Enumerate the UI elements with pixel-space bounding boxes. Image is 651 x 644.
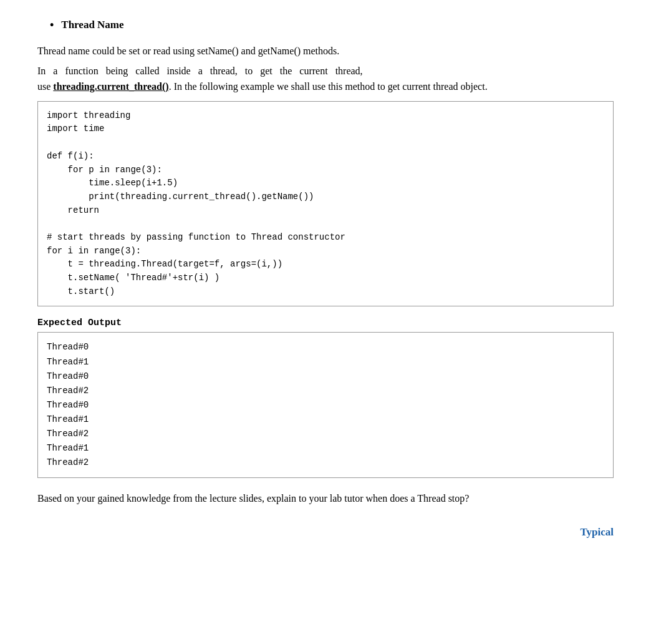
output-block: Thread#0 Thread#1 Thread#0 Thread#2 Thre… bbox=[37, 332, 614, 478]
typical-link[interactable]: Typical bbox=[37, 526, 614, 539]
paragraph-2-part1: In a function being called inside a thre… bbox=[37, 66, 363, 76]
paragraph-1-text: Thread name could be set or read using s… bbox=[37, 46, 339, 56]
expected-output-label: Expected Output bbox=[37, 318, 614, 328]
question-paragraph: Based on your gained knowledge from the … bbox=[37, 490, 614, 507]
thread-name-label: Thread Name bbox=[61, 19, 123, 31]
paragraph-2-part3: . In the following example we shall use … bbox=[169, 81, 488, 92]
bullet-dot: • bbox=[50, 19, 54, 32]
paragraph-2: In a function being called inside a thre… bbox=[37, 63, 614, 95]
paragraph-1: Thread name could be set or read using s… bbox=[37, 43, 614, 59]
paragraph-2-bold-underline: threading.current_thread() bbox=[53, 81, 168, 92]
paragraph-2-use: use bbox=[37, 81, 53, 92]
thread-name-bullet: • Thread Name bbox=[37, 19, 614, 32]
code-block: import threading import time def f(i): f… bbox=[37, 101, 614, 307]
